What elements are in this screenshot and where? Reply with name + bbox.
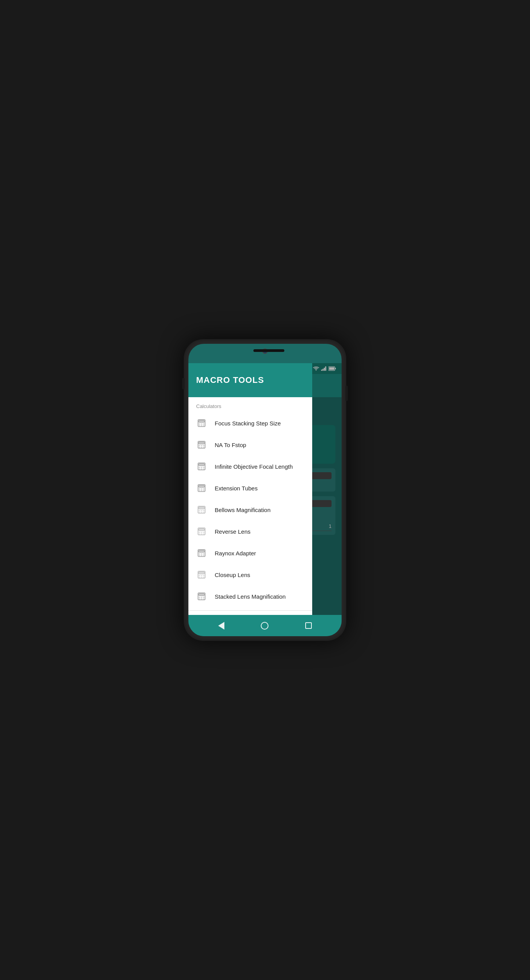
speaker-grille (253, 349, 284, 352)
svg-rect-25 (199, 464, 205, 466)
svg-rect-13 (199, 425, 200, 427)
svg-rect-21 (199, 447, 200, 448)
svg-rect-18 (199, 445, 200, 446)
drawer-item-closeup[interactable]: Closeup Lens (188, 564, 312, 586)
back-icon (218, 622, 224, 630)
drawer-item-raynox[interactable]: Raynox Adapter (188, 542, 312, 564)
calculator-icon-5 (196, 504, 207, 515)
svg-rect-29 (199, 469, 200, 470)
svg-rect-44 (203, 510, 205, 511)
svg-rect-53 (199, 534, 200, 535)
svg-rect-54 (201, 534, 202, 535)
svg-rect-59 (201, 553, 202, 555)
svg-rect-61 (199, 555, 200, 557)
svg-rect-43 (201, 510, 202, 511)
svg-rect-51 (201, 532, 202, 533)
recents-button[interactable] (305, 622, 312, 629)
svg-rect-33 (199, 485, 205, 488)
svg-rect-62 (201, 555, 202, 557)
svg-rect-41 (199, 507, 205, 509)
drawer-item-infinite-focal[interactable]: Infinite Objective Focal Length (188, 456, 312, 477)
svg-rect-23 (203, 447, 205, 448)
svg-rect-49 (199, 529, 205, 531)
svg-rect-76 (203, 597, 205, 598)
power-button (182, 378, 185, 389)
drawer-item-reverse-lens[interactable]: Reverse Lens (188, 521, 312, 542)
phone-device: 10:00 (184, 339, 346, 641)
calculator-icon-2 (196, 439, 207, 450)
calculator-icon-7 (196, 548, 207, 558)
svg-rect-28 (203, 467, 205, 468)
svg-rect-79 (203, 599, 205, 600)
calculator-icon-4 (196, 483, 207, 493)
drawer-item-raynox-label: Raynox Adapter (215, 550, 256, 557)
svg-rect-73 (199, 594, 205, 596)
drawer-content: Calculators (188, 397, 312, 615)
svg-rect-14 (201, 425, 202, 427)
nav-drawer: MACRO TOOLS Calculators (188, 363, 312, 615)
svg-rect-31 (203, 469, 205, 470)
svg-rect-58 (199, 553, 200, 555)
svg-rect-52 (203, 532, 205, 533)
svg-rect-78 (201, 599, 202, 600)
svg-rect-42 (199, 510, 200, 511)
back-button[interactable] (218, 622, 224, 630)
drawer-title: MACRO TOOLS (196, 375, 264, 385)
home-button[interactable] (261, 622, 268, 630)
drawer-item-stacked-lens-label: Stacked Lens Magnification (215, 593, 286, 600)
svg-rect-30 (201, 469, 202, 470)
svg-rect-22 (201, 447, 202, 448)
drawer-divider (188, 610, 312, 611)
drawer-item-na-fstop[interactable]: NA To Fstop (188, 434, 312, 456)
calculator-icon-1 (196, 418, 207, 429)
drawer-header: MACRO TOOLS (188, 363, 312, 397)
svg-rect-15 (203, 425, 205, 427)
drawer-item-extension-tubes[interactable]: Extension Tubes (188, 477, 312, 499)
svg-rect-45 (199, 512, 200, 513)
svg-rect-36 (203, 488, 205, 490)
svg-rect-17 (199, 442, 205, 444)
svg-rect-57 (199, 550, 205, 553)
drawer-item-settings[interactable]: Settings (188, 614, 312, 615)
phone-screen: 10:00 (188, 344, 342, 636)
recents-icon (305, 622, 312, 629)
svg-rect-71 (203, 577, 205, 578)
svg-rect-9 (199, 420, 205, 423)
calculator-icon-9 (196, 591, 207, 602)
svg-rect-68 (203, 575, 205, 576)
svg-rect-35 (201, 488, 202, 490)
drawer-item-extension-tubes-label: Extension Tubes (215, 485, 258, 492)
svg-rect-12 (203, 423, 205, 425)
bottom-nav-bar (188, 615, 342, 636)
svg-rect-63 (203, 555, 205, 557)
svg-rect-20 (203, 445, 205, 446)
svg-rect-69 (199, 577, 200, 578)
drawer-item-focus-stacking[interactable]: Focus Stacking Step Size (188, 412, 312, 434)
svg-rect-39 (203, 490, 205, 492)
home-icon (261, 622, 268, 630)
svg-rect-26 (199, 467, 200, 468)
drawer-item-stacked-lens[interactable]: Stacked Lens Magnification (188, 586, 312, 607)
svg-rect-70 (201, 577, 202, 578)
svg-rect-65 (199, 572, 205, 574)
drawer-item-closeup-label: Closeup Lens (215, 572, 250, 578)
svg-rect-10 (199, 423, 200, 425)
drawer-item-bellows[interactable]: Bellows Magnification (188, 499, 312, 521)
drawer-section-label: Calculators (188, 397, 312, 412)
drawer-scrim[interactable] (312, 363, 342, 615)
drawer-item-reverse-lens-label: Reverse Lens (215, 528, 251, 535)
svg-rect-66 (199, 575, 200, 576)
svg-rect-55 (203, 534, 205, 535)
svg-rect-34 (199, 488, 200, 490)
screen-area: 10:00 (188, 363, 342, 615)
svg-rect-74 (199, 597, 200, 598)
calculator-icon-6 (196, 526, 207, 537)
calculator-icon-3 (196, 461, 207, 472)
svg-rect-38 (201, 490, 202, 492)
calculator-icon-8 (196, 569, 207, 580)
drawer-item-focus-stacking-label: Focus Stacking Step Size (215, 420, 281, 427)
svg-rect-27 (201, 467, 202, 468)
svg-rect-50 (199, 532, 200, 533)
drawer-item-na-fstop-label: NA To Fstop (215, 442, 246, 448)
drawer-item-bellows-label: Bellows Magnification (215, 507, 270, 513)
